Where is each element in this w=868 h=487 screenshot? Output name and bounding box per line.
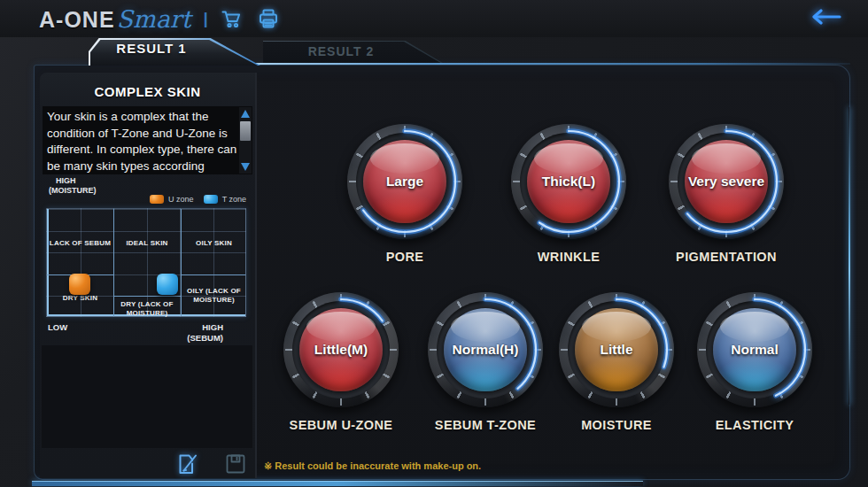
gauge-button[interactable]: Little(M) [283,292,399,407]
cart-icon[interactable] [218,5,244,32]
gauge-button[interactable]: Very severe [669,124,784,239]
panel-action-row [40,452,255,478]
gauge-button[interactable]: Little [559,292,674,407]
gauge-value: Large [347,124,462,239]
gauge-pore[interactable]: Large PORE [316,124,493,264]
panel-lower-box [42,345,252,448]
edit-note-icon[interactable] [174,452,199,476]
zone-lack-of-sebum: LACK OF SEBUM [47,239,113,248]
brand-primary: A-ONE [39,7,115,33]
gauge-elasticity[interactable]: Normal ELASTICITY [666,292,843,432]
bottom-accent-bar [32,481,643,486]
description-box: Your skin is a complex that the conditio… [43,106,252,174]
tab-result-1-label: RESULT 1 [89,41,214,56]
gauge-value: Normal(H) [428,292,543,407]
t-zone-marker [157,274,178,295]
gauge-value: Thick(L) [511,124,626,239]
gauge-button[interactable]: Normal(H) [428,292,543,407]
skin-type-title: COMPLEX SKIN [40,84,255,99]
x-axis-high-label: HIGH (SEBUM) [187,322,223,344]
u-zone-swatch [150,195,164,204]
frame-right-glow [849,107,850,405]
app-screen: A-ONE Smart | [0,0,868,487]
zone-oily-lack-of-moisture: OILY (LACK OF MOISTURE) [181,287,247,304]
t-zone-legend-label: T zone [222,195,246,204]
gauge-value: Normal [697,292,812,407]
tab-result-2-label: RESULT 2 [263,44,419,58]
back-arrow-icon[interactable] [808,7,843,27]
zone-dry-skin: DRY SKIN [47,294,113,303]
gauge-button[interactable]: Large [347,124,462,239]
result-summary-panel: COMPLEX SKIN Your skin is a complex that… [40,73,257,478]
zone-oily-skin: OILY SKIN [181,239,247,248]
gauge-label: WRINKLE [480,250,657,264]
gauge-wrinkle[interactable]: Thick(L) WRINKLE [480,124,657,264]
brand-logo: A-ONE Smart [39,5,191,33]
gauge-value: Very severe [669,124,784,239]
scroll-up-icon[interactable] [241,110,250,118]
description-scrollbar[interactable] [239,107,252,174]
printer-icon[interactable] [255,5,282,32]
tab-result-1[interactable]: RESULT 1 [89,38,260,66]
brand-script: Smart [117,5,191,33]
topbar-separator: | [204,9,208,28]
zone-ideal-skin: IDEAL SKIN [113,239,181,248]
u-zone-legend-label: U zone [168,195,194,204]
skin-type-grid: LACK OF SEBUM IDEAL SKIN OILY SKIN DRY S… [46,208,246,317]
chart-legend: U zone T zone [150,195,246,204]
gauge-pigmentation[interactable]: Very severe PIGMENTATION [638,124,815,264]
top-bar: A-ONE Smart | [0,0,868,37]
tab-result-2[interactable]: RESULT 2 [263,41,446,65]
gauge-value: Little(M) [283,292,399,407]
y-axis-label: HIGH (MOISTURE) [49,176,97,196]
gauge-label: ELASTICITY [666,418,843,432]
gauge-button[interactable]: Normal [697,292,812,407]
scrollbar-thumb[interactable] [240,121,251,141]
scroll-down-icon[interactable] [241,163,250,171]
tab-baseline [253,63,850,65]
save-icon[interactable] [224,452,247,475]
gauge-label: PIGMENTATION [638,250,815,264]
gauge-value: Little [559,292,674,407]
description-text: Your skin is a complex that the conditio… [47,109,238,174]
u-zone-marker [69,274,90,295]
x-axis-low-label: LOW [48,322,67,332]
makeup-warning-note: ※ Result could be inaccurate with make-u… [264,460,481,472]
zone-dry-lack-of-moisture: DRY (LACK OF MOISTURE) [113,300,181,317]
t-zone-swatch [204,195,218,204]
gauge-button[interactable]: Thick(L) [511,124,626,239]
gauge-label: PORE [316,250,493,264]
